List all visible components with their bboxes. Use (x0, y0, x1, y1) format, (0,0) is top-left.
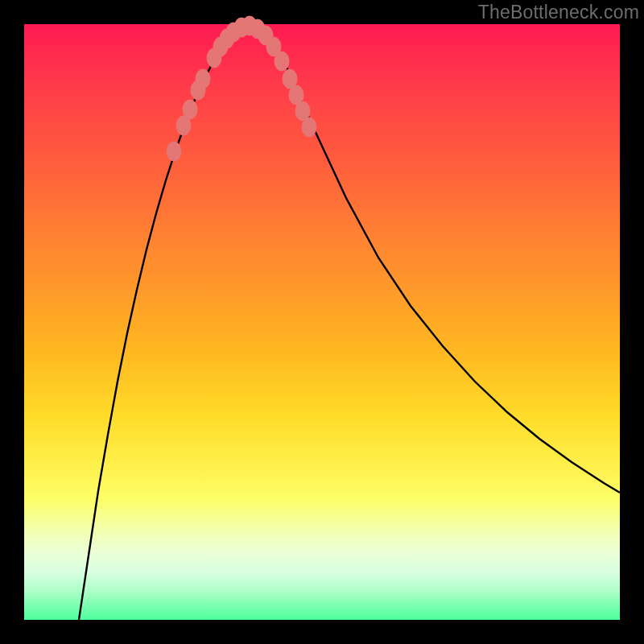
chart-frame: TheBottleneck.com (0, 0, 644, 644)
bottleneck-curve (79, 25, 620, 620)
marker-dot (275, 52, 289, 71)
watermark-text: TheBottleneck.com (478, 2, 639, 23)
marker-dot (302, 118, 316, 137)
marker-dot (183, 100, 197, 119)
marker-dot (196, 69, 210, 89)
marker-dot (167, 142, 181, 161)
curve-layer (24, 24, 620, 620)
highlight-markers (167, 16, 316, 161)
